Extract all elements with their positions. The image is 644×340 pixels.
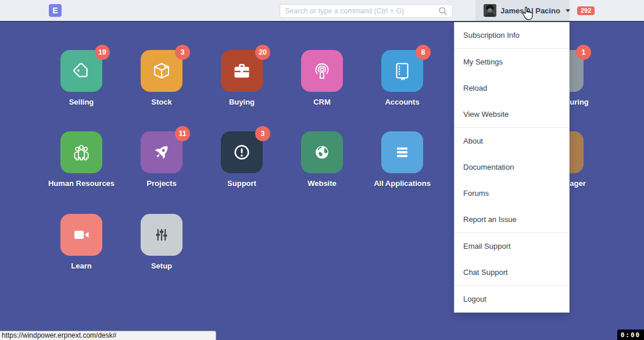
count-badge: 1 bbox=[576, 45, 591, 60]
menu-item-my-settings[interactable]: My Settings bbox=[455, 49, 569, 75]
module-tile-accounts[interactable]: 8 Accounts bbox=[381, 50, 423, 92]
video-icon bbox=[71, 225, 91, 245]
count-badge: 20 bbox=[255, 45, 270, 60]
chevron-down-icon bbox=[566, 9, 570, 12]
module-label: Learn bbox=[40, 262, 123, 270]
menu-item-logout[interactable]: Logout bbox=[455, 286, 569, 312]
module-tile-selling[interactable]: 19 Selling bbox=[60, 50, 102, 92]
module-tile-human-resources[interactable]: Human Resources bbox=[60, 131, 102, 173]
notifications-badge[interactable]: 292 bbox=[577, 6, 595, 15]
count-badge: 3 bbox=[175, 45, 190, 60]
app-logo[interactable]: E bbox=[49, 4, 62, 17]
learn-tile bbox=[60, 214, 102, 256]
recording-timer: 0:00 bbox=[617, 330, 644, 340]
sliders-icon bbox=[152, 225, 171, 245]
all-applications-tile bbox=[381, 131, 423, 173]
module-tile-stock[interactable]: 3 Stock bbox=[141, 50, 183, 92]
user-menu-toggle[interactable]: James Al Pacino bbox=[475, 0, 570, 21]
module-label: Setup bbox=[120, 262, 203, 270]
list-icon bbox=[392, 142, 412, 162]
stock-tile: 3 bbox=[141, 50, 183, 92]
menu-item-email-support[interactable]: Email Support bbox=[455, 233, 569, 259]
menu-item-view-website[interactable]: View Website bbox=[455, 101, 569, 127]
human-resources-tile bbox=[60, 131, 102, 173]
module-label: Accounts bbox=[360, 98, 444, 106]
user-dropdown-menu: Subscription Info My Settings Reload Vie… bbox=[454, 22, 570, 313]
menu-item-reload[interactable]: Reload bbox=[455, 75, 569, 101]
module-tile-setup[interactable]: Setup bbox=[141, 214, 183, 256]
erpnext-desk: 19 Selling 3 Stock 2 bbox=[0, 0, 644, 340]
count-badge: 3 bbox=[255, 126, 270, 141]
globe-icon bbox=[312, 142, 332, 162]
briefcase-icon bbox=[232, 61, 252, 81]
navbar: E James Al Pacino 292 bbox=[0, 0, 644, 22]
accounts-tile: 8 bbox=[381, 50, 423, 92]
box-icon bbox=[152, 61, 171, 81]
module-tile-website[interactable]: Website bbox=[301, 131, 343, 173]
menu-item-forums[interactable]: Forums bbox=[455, 180, 569, 206]
module-tile-support[interactable]: 3 Support bbox=[221, 131, 263, 173]
tag-icon bbox=[71, 61, 91, 81]
module-tile-crm[interactable]: CRM bbox=[301, 50, 343, 92]
module-label: Selling bbox=[40, 98, 123, 106]
menu-item-subscription-info[interactable]: Subscription Info bbox=[455, 22, 569, 48]
module-label: CRM bbox=[280, 98, 364, 106]
rocket-icon bbox=[152, 142, 171, 162]
menu-item-report-an-issue[interactable]: Report an Issue bbox=[455, 206, 569, 232]
module-tile-learn[interactable]: Learn bbox=[60, 214, 102, 256]
projects-tile: 11 bbox=[141, 131, 183, 173]
module-tile-buying[interactable]: 20 Buying bbox=[221, 50, 263, 92]
module-label: Website bbox=[280, 179, 364, 188]
module-tile-projects[interactable]: 11 Projects bbox=[141, 131, 183, 173]
crm-tile bbox=[301, 50, 343, 92]
menu-item-about[interactable]: About bbox=[455, 128, 569, 154]
support-tile: 3 bbox=[221, 131, 263, 173]
people-icon bbox=[71, 142, 91, 162]
module-label: All Applications bbox=[360, 179, 444, 188]
module-label: Buying bbox=[200, 98, 284, 106]
menu-item-documentation[interactable]: Documentation bbox=[455, 154, 569, 180]
search-input[interactable] bbox=[280, 7, 438, 15]
issue-icon bbox=[232, 142, 252, 162]
search-box bbox=[280, 4, 453, 18]
user-name: James Al Pacino bbox=[500, 6, 560, 15]
module-tile-all-applications[interactable]: All Applications bbox=[381, 131, 423, 173]
search-icon bbox=[438, 6, 448, 16]
website-tile bbox=[301, 131, 343, 173]
module-label: Human Resources bbox=[40, 179, 123, 188]
selling-tile: 19 bbox=[60, 50, 102, 92]
setup-tile bbox=[141, 214, 183, 256]
status-bar-url: https://windpower.erpnext.com/desk# bbox=[0, 331, 216, 340]
count-badge: 19 bbox=[95, 45, 110, 60]
buying-tile: 20 bbox=[221, 50, 263, 92]
module-label: Support bbox=[200, 179, 284, 188]
broadcast-icon bbox=[312, 61, 332, 81]
avatar bbox=[484, 4, 496, 17]
menu-item-chat-support[interactable]: Chat Support bbox=[455, 259, 569, 285]
module-label: Stock bbox=[120, 98, 203, 106]
count-badge: 11 bbox=[175, 126, 190, 141]
module-label: Projects bbox=[120, 179, 203, 188]
count-badge: 8 bbox=[416, 45, 431, 60]
ledger-book-icon bbox=[392, 61, 412, 81]
